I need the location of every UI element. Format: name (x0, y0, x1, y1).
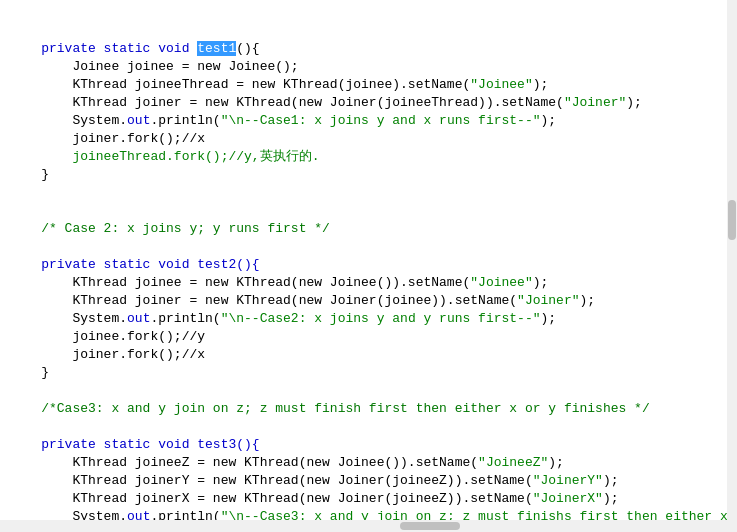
code-line (10, 184, 727, 202)
code-line: System.out.println("\n--Case2: x joins y… (10, 310, 727, 328)
code-line: } (10, 364, 727, 382)
code-line: System.out.println("\n--Case1: x joins y… (10, 112, 727, 130)
code-line: private static void test1(){ (10, 40, 727, 58)
code-content[interactable]: private static void test1(){ Joinee join… (0, 0, 737, 532)
code-line (10, 382, 727, 400)
scrollbar-x-thumb[interactable] (400, 522, 460, 530)
scrollbar-y-thumb[interactable] (728, 200, 736, 240)
code-line: joiner.fork();//x (10, 346, 727, 364)
code-line: /* Case 2: x joins y; y runs first */ (10, 220, 727, 238)
scrollbar-y[interactable] (727, 0, 737, 520)
code-line: joinee.fork();//y (10, 328, 727, 346)
code-line: KThread joiner = new KThread(new Joiner(… (10, 292, 727, 310)
code-line: KThread joinerY = new KThread(new Joiner… (10, 472, 727, 490)
scrollbar-corner (727, 520, 737, 532)
code-line: joineeThread.fork();//y,英执行的. (10, 148, 727, 166)
code-line: KThread joiner = new KThread(new Joiner(… (10, 94, 727, 112)
code-line: KThread joineeZ = new KThread(new Joinee… (10, 454, 727, 472)
code-line: } (10, 166, 727, 184)
code-line (10, 418, 727, 436)
code-line: KThread joinerX = new KThread(new Joiner… (10, 490, 727, 508)
scrollbar-x[interactable] (0, 520, 727, 532)
code-line (10, 238, 727, 256)
code-line (10, 202, 727, 220)
code-line: KThread joinee = new KThread(new Joinee(… (10, 274, 727, 292)
code-line: Joinee joinee = new Joinee(); (10, 58, 727, 76)
code-line: private static void test3(){ (10, 436, 727, 454)
code-line: joiner.fork();//x (10, 130, 727, 148)
editor-container: private static void test1(){ Joinee join… (0, 0, 737, 532)
code-line: private static void test2(){ (10, 256, 727, 274)
code-line: KThread joineeThread = new KThread(joine… (10, 76, 727, 94)
code-area: private static void test1(){ Joinee join… (0, 0, 737, 532)
code-line: /*Case3: x and y join on z; z must finis… (10, 400, 727, 418)
